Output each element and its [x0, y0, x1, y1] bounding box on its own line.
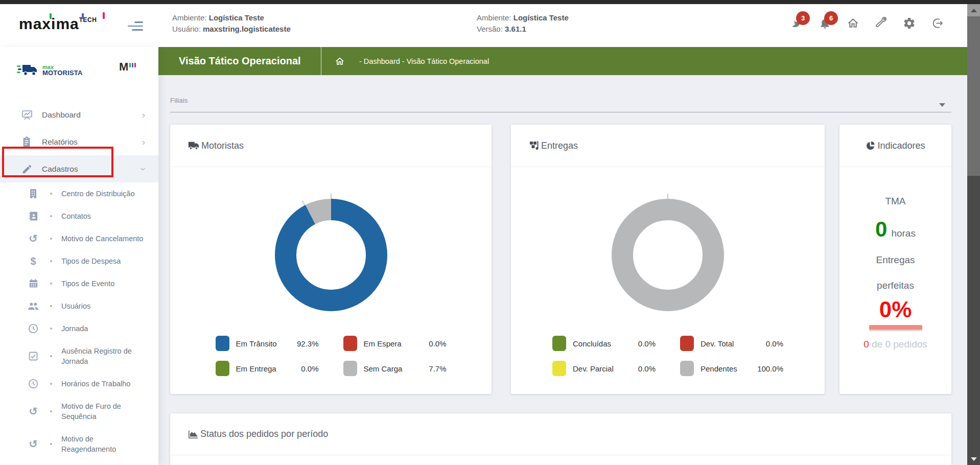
environment-info-block: Ambiente: Logística Teste Usuário: maxst…	[172, 12, 291, 35]
legend-value: 0.0%	[289, 364, 319, 373]
page-title: Visão Tático Operacional	[158, 55, 321, 67]
contact-book-icon	[27, 211, 40, 221]
legend-item: Em Espera0.0%	[343, 336, 447, 351]
clipboard-icon	[20, 136, 34, 148]
sidebar-subitem-horarios-trabalho[interactable]: Horários de Trabalho	[0, 373, 158, 395]
mini-logo-m: M	[119, 61, 128, 73]
sidebar-logo-row: max MOTORISTA M	[0, 56, 158, 92]
tma-value: 0	[875, 220, 887, 239]
motoristas-card: Motoristas	[170, 125, 492, 394]
ambiente-label: Ambiente:	[172, 13, 207, 22]
sidebar-item-label: Dashboard	[42, 110, 81, 120]
subitem-label: Jornada	[61, 323, 88, 334]
tma-unit: horas	[891, 228, 916, 239]
entregas-card: Entregas	[511, 125, 825, 394]
wrench-icon[interactable]	[874, 16, 888, 30]
filiais-select[interactable]: Filiais	[170, 96, 951, 112]
checkbox-icon	[27, 352, 40, 361]
dashboard-chart-icon	[20, 109, 34, 121]
legend-value: 7.7%	[417, 364, 447, 373]
logo-motorista: MOTORISTA	[42, 70, 83, 76]
sidebar-item-relatorios[interactable]: Relatórios ›	[0, 128, 158, 155]
sidebar-item-cadastros[interactable]: Cadastros ›	[0, 155, 158, 182]
sidebar-subitem-ausencia-registro[interactable]: Ausência Registro de Jornada	[0, 340, 158, 373]
scrollbar-up-arrow[interactable]	[967, 4, 980, 16]
sidebar-subitem-usuarios[interactable]: Usuários	[0, 295, 158, 317]
progress-bar	[869, 325, 922, 330]
sidebar-subitem-visao-painel[interactable]: Visão Painel	[0, 460, 158, 465]
maximatech-logo[interactable]: maximaTECH	[19, 15, 106, 38]
legend-label: Dev. Parcial	[573, 364, 626, 373]
dashboard-content: Filiais Motoristas	[158, 96, 967, 465]
scrollbar-down-arrow[interactable]	[967, 453, 980, 465]
cards-row: Motoristas	[170, 125, 951, 394]
sidebar-subitem-motivo-furo[interactable]: ↺ Motivo de Furo de Sequência	[0, 395, 158, 428]
notifications-bell-icon[interactable]: 6	[818, 16, 831, 30]
clock-icon	[27, 323, 40, 334]
settings-gear-icon[interactable]	[902, 16, 916, 30]
subitem-label: Motivo de Reagendamento	[61, 434, 146, 454]
motoristas-title: Motoristas	[201, 141, 244, 151]
legend-item: Sem Carga7.7%	[343, 361, 447, 376]
ambiente-value: Logística Teste	[209, 13, 264, 22]
perfect-deliveries-percent: 0%	[879, 299, 912, 320]
subitem-label: Ausência Registro de Jornada	[61, 346, 146, 366]
legend-item: Pendentes100.0%	[680, 361, 783, 376]
subitem-label: Centro de Distribuição	[61, 189, 134, 199]
handtruck-icon	[529, 141, 539, 151]
hamburger-menu-icon[interactable]	[128, 21, 143, 32]
subitem-label: Motivo de Furo de Sequência	[61, 401, 146, 422]
sidebar-subitem-centro-distribuicao[interactable]: Centro de Distribuição	[0, 182, 158, 205]
bullet-dot	[50, 283, 52, 285]
subitem-label: Usuários	[61, 301, 90, 311]
legend-label: Dev. Total	[701, 339, 754, 348]
sidebar-item-label: Relatórios	[42, 137, 78, 147]
status-title: Status dos pedidos por período	[200, 429, 328, 439]
subitem-label: Motivo de Cancelamento	[61, 234, 143, 244]
home-icon[interactable]	[846, 16, 859, 30]
indicadores-card-header: Indicadores	[839, 125, 951, 167]
indicadores-card: Indicadores TMA 0 horas Entregas perfeit…	[839, 125, 951, 394]
undo-icon: ↺	[27, 234, 40, 244]
logo-accent-blue	[82, 13, 84, 19]
sidebar-subitem-tipos-evento[interactable]: Tipos de Evento	[0, 272, 158, 295]
sidebar-subitem-tipos-despesa[interactable]: $ Tipos de Despesa	[0, 250, 158, 272]
sidebar-subitem-motivo-reagendamento[interactable]: ↺ Motivo de Reagendamento	[0, 428, 158, 460]
maxmotorista-logo[interactable]: max MOTORISTA	[17, 62, 83, 78]
dropdown-arrow-icon	[939, 103, 945, 107]
subitem-label: Tipos de Despesa	[61, 256, 121, 266]
legend-value: 0.0%	[626, 339, 656, 348]
logo-accent-pink	[103, 12, 105, 19]
legend-item: Dev. Total0.0%	[680, 336, 783, 351]
legend-value: 0.0%	[754, 339, 783, 348]
subitem-label: Contatos	[61, 211, 91, 221]
versao-label: Versão:	[477, 25, 503, 33]
logout-icon[interactable]	[930, 16, 944, 30]
indicadores-title: Indicadores	[877, 141, 925, 151]
mini-m-logo: M	[119, 61, 136, 73]
legend-swatch	[680, 336, 694, 351]
entregas-perfeitas-line1: Entregas	[876, 254, 915, 266]
sidebar-subitem-contatos[interactable]: Contatos	[0, 205, 158, 227]
sidebar-subitem-motivo-cancelamento[interactable]: ↺ Motivo de Cancelamento	[0, 227, 158, 250]
legend-swatch	[216, 336, 229, 351]
announcements-bird-icon[interactable]: 3	[790, 16, 803, 30]
status-pedidos-card: Status dos pedidos por período	[170, 413, 951, 465]
orders-rest: de 0 pedidos	[869, 339, 927, 350]
legend-label: Sem Carga	[364, 364, 417, 373]
legend-label: Em Entrega	[236, 364, 289, 373]
scrollbar-track[interactable]	[967, 4, 980, 465]
orders-value: 0	[864, 339, 869, 350]
notifications-badge: 6	[824, 11, 838, 25]
breadcrumb-home-icon[interactable]	[335, 56, 345, 66]
chevron-right-icon: ›	[142, 109, 145, 121]
bullet-dot	[50, 305, 52, 307]
sidebar-item-dashboard[interactable]: Dashboard ›	[0, 101, 158, 128]
chevron-right-icon: ›	[142, 136, 145, 148]
pencil-icon	[20, 164, 34, 175]
legend-value: 100.0%	[754, 364, 783, 373]
scrollbar-thumb[interactable]	[967, 16, 980, 176]
bullet-dot	[50, 215, 52, 217]
bullet-dot	[50, 193, 52, 195]
sidebar-subitem-jornada[interactable]: Jornada	[0, 317, 158, 340]
